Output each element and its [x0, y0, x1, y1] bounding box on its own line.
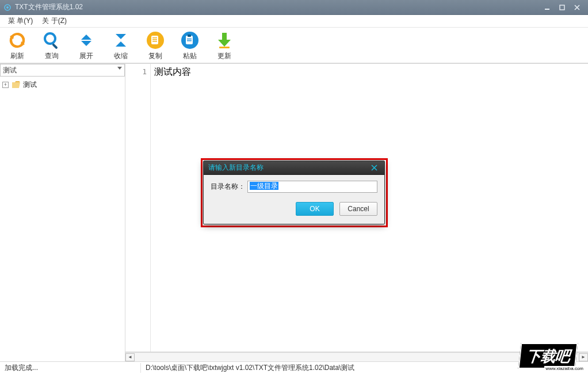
svg-rect-2 — [545, 9, 549, 10]
ok-button[interactable]: OK — [296, 202, 334, 216]
watermark-url: www.xiazaiba.com — [544, 366, 585, 371]
tree-node[interactable]: + 测试 — [2, 79, 123, 90]
expand-label: 展开 — [79, 51, 93, 61]
new-folder-dialog: 请输入新目录名称 目录名称： 一级目录 OK Cancel — [203, 161, 385, 224]
toolbar: 刷新 查询 展开 收缩 复制 粘贴 更新 — [0, 28, 588, 63]
expand-icon — [76, 30, 97, 51]
copy-label: 复制 — [148, 51, 162, 61]
editor-line: 测试内容 — [154, 66, 585, 78]
dialog-titlebar[interactable]: 请输入新目录名称 — [204, 161, 384, 175]
line-gutter: 1 — [125, 64, 151, 352]
svg-rect-22 — [222, 33, 227, 40]
svg-rect-19 — [188, 35, 191, 37]
watermark: 下载吧 www.xiazaiba.com — [507, 341, 588, 371]
svg-rect-3 — [560, 5, 564, 10]
scroll-left-icon[interactable]: ◄ — [125, 353, 135, 361]
status-left: 加载完成... — [0, 363, 141, 373]
tree-node-label: 测试 — [22, 80, 38, 90]
search-label: 查询 — [45, 51, 59, 61]
svg-marker-9 — [81, 41, 91, 46]
folder-tree[interactable]: + 测试 — [0, 77, 125, 361]
folder-name-input[interactable]: 一级目录 — [247, 181, 377, 193]
chevron-down-icon — [117, 67, 122, 70]
paste-icon — [180, 30, 200, 51]
svg-point-1 — [6, 6, 9, 9]
dialog-buttons: OK Cancel — [211, 202, 377, 216]
minimize-button[interactable] — [540, 2, 555, 13]
cancel-button[interactable]: Cancel — [339, 202, 377, 216]
collapse-label: 收缩 — [114, 51, 128, 61]
sidebar: 测试 + 测试 — [0, 64, 125, 361]
refresh-icon — [7, 30, 28, 51]
collapse-icon — [110, 30, 131, 51]
menu-about[interactable]: 关 于(Z) — [37, 15, 71, 27]
line-number: 1 — [125, 67, 147, 76]
svg-rect-24 — [219, 47, 230, 48]
svg-rect-14 — [152, 37, 157, 39]
tree-expander-icon[interactable]: + — [2, 82, 9, 88]
refresh-button[interactable]: 刷新 — [5, 29, 30, 62]
svg-point-6 — [45, 33, 55, 44]
folder-combo[interactable]: 测试 — [0, 64, 125, 77]
app-icon — [3, 3, 12, 12]
folder-name-label: 目录名称： — [211, 182, 245, 192]
paste-label: 粘贴 — [183, 51, 197, 61]
dialog-body: 目录名称： 一级目录 OK Cancel — [204, 175, 384, 224]
expand-button[interactable]: 展开 — [74, 29, 99, 62]
copy-icon — [145, 30, 166, 51]
window-controls — [540, 2, 585, 13]
menu-main[interactable]: 菜 单(Y) — [3, 15, 37, 27]
update-button[interactable]: 更新 — [212, 29, 237, 62]
maximize-button[interactable] — [555, 2, 570, 13]
search-button[interactable]: 查询 — [39, 29, 64, 62]
svg-rect-18 — [186, 36, 193, 44]
statusbar: 加载完成... D:\tools\桌面\下载吧\txtwjglxt v1.02\… — [0, 361, 588, 374]
update-icon — [214, 30, 235, 51]
svg-rect-16 — [152, 41, 157, 42]
svg-marker-8 — [81, 35, 91, 40]
watermark-text: 下载吧 — [518, 343, 578, 369]
folder-name-value: 一级目录 — [250, 182, 278, 190]
search-icon — [41, 30, 62, 51]
close-button[interactable] — [570, 2, 585, 13]
svg-marker-10 — [116, 34, 126, 39]
dialog-title-text: 请输入新目录名称 — [208, 163, 368, 173]
svg-rect-20 — [187, 39, 192, 40]
svg-marker-11 — [116, 41, 126, 47]
svg-marker-23 — [218, 40, 231, 47]
paste-button[interactable]: 粘贴 — [177, 29, 203, 62]
menubar: 菜 单(Y) 关 于(Z) — [0, 15, 588, 28]
form-row: 目录名称： 一级目录 — [211, 181, 377, 193]
svg-rect-21 — [187, 40, 192, 41]
update-label: 更新 — [217, 51, 231, 61]
collapse-button[interactable]: 收缩 — [108, 29, 133, 62]
svg-rect-7 — [52, 43, 58, 49]
folder-icon — [12, 81, 21, 89]
titlebar: TXT文件管理系统1.02 — [0, 0, 588, 15]
copy-button[interactable]: 复制 — [143, 29, 168, 62]
svg-rect-15 — [152, 39, 157, 40]
folder-combo-value: 测试 — [3, 66, 17, 75]
dialog-close-button[interactable] — [368, 163, 380, 173]
window-title: TXT文件管理系统1.02 — [15, 2, 540, 12]
refresh-label: 刷新 — [10, 51, 24, 61]
